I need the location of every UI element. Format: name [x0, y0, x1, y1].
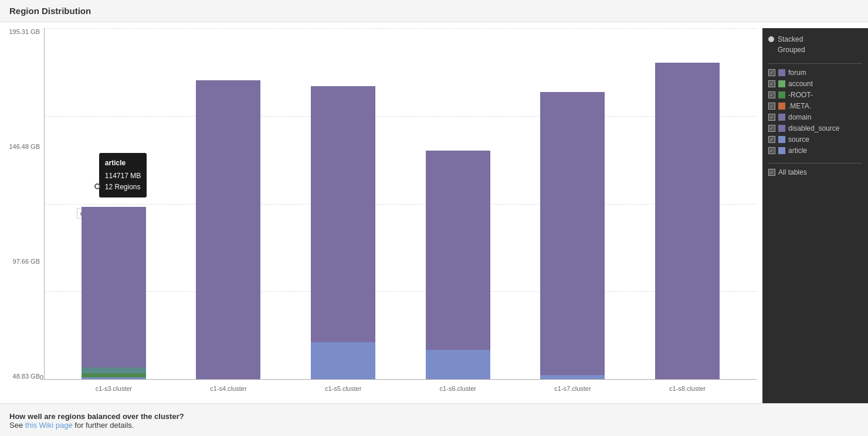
- page-title: Region Distribution: [9, 6, 91, 16]
- legend-label-disabled-source: disabled_source: [788, 124, 839, 132]
- bar-segment-c1s4: [196, 80, 260, 379]
- legend-item-domain[interactable]: ✓ domain: [768, 113, 862, 121]
- bar-stack-c1s7[interactable]: [540, 92, 605, 379]
- page-wrapper: Region Distribution 195.31 GB 146.48 GB …: [0, 0, 868, 436]
- chart-area: 195.31 GB 146.48 GB 97.66 GB 48.83 GB 0: [0, 28, 762, 403]
- bar-segment-forum-c1s3: [82, 207, 146, 367]
- radio-dot-stacked: [768, 36, 774, 42]
- footer-suffix: for further details.: [74, 421, 134, 430]
- bar-stack-c1s4[interactable]: [196, 80, 260, 379]
- legend-all-label: All tables: [778, 168, 807, 176]
- chart-section: 195.31 GB 146.48 GB 97.66 GB 48.83 GB 0: [0, 22, 868, 403]
- footer-section: How well are regions balanced over the c…: [0, 403, 868, 436]
- legend-color-account: [778, 80, 785, 87]
- bar-segment-main-c1s7: [540, 92, 605, 375]
- footer-see-text: See: [9, 421, 25, 430]
- legend-checkbox-domain[interactable]: ✓: [768, 114, 775, 121]
- legend-item-source[interactable]: ✓ source: [768, 135, 862, 144]
- legend-item-account[interactable]: ✓ account: [768, 80, 862, 88]
- radio-stacked-label: Stacked: [778, 35, 803, 43]
- x-labels: c1-s3.cluster c1-s4.cluster c1-s5.cluste…: [45, 385, 757, 392]
- bar-segment-main-c1s5: [311, 86, 375, 342]
- bar-segment-root-c1s3: [82, 373, 146, 377]
- legend-checkbox-all[interactable]: ✓: [768, 169, 775, 176]
- bar-segment-source-c1s5: [311, 342, 375, 379]
- legend-checkbox-source[interactable]: ✓: [768, 136, 775, 143]
- footer-question: How well are regions balanced over the c…: [9, 412, 184, 421]
- legend-color-meta: [778, 103, 785, 110]
- tooltip-value: 114717 MB: [105, 171, 141, 182]
- legend-divider-2: [768, 163, 862, 164]
- y-label-2: 146.48 GB: [9, 143, 40, 150]
- legend-item-article[interactable]: ✓ article: [768, 147, 862, 155]
- legend-item-forum[interactable]: ✓ forum: [768, 69, 862, 77]
- y-label-1: 195.31 GB: [9, 28, 40, 35]
- tooltip-title: article: [105, 158, 141, 169]
- legend-all-tables[interactable]: ✓ All tables: [768, 168, 862, 176]
- bar-segment-account-c1s3: [82, 367, 146, 373]
- bar-stack-c1s3[interactable]: [82, 207, 146, 379]
- legend-color-source: [778, 136, 785, 143]
- legend-checkbox-meta[interactable]: ✓: [768, 103, 775, 110]
- x-label-c1s3: c1-s3.cluster: [64, 385, 164, 392]
- bar-segment-article-c1s3: [82, 377, 146, 379]
- x-label-c1s4: c1-s4.cluster: [178, 385, 278, 392]
- legend-items: ✓ forum ✓ account ✓ -ROOT- ✓: [768, 69, 862, 155]
- legend-checkbox-forum[interactable]: ✓: [768, 69, 775, 76]
- bars-container: c1-s3.cluster: [45, 28, 757, 379]
- tooltip-dot: [94, 183, 100, 189]
- legend-label-domain: domain: [788, 113, 811, 121]
- legend-checkbox-disabled-source[interactable]: ✓: [768, 125, 775, 132]
- legend-item-root[interactable]: ✓ -ROOT-: [768, 91, 862, 99]
- legend-color-disabled-source: [778, 125, 785, 132]
- zero-label: 0: [40, 374, 43, 381]
- legend-item-disabled-source[interactable]: ✓ disabled_source: [768, 124, 862, 132]
- tooltip: article 114717 MB 12 Regions: [99, 153, 147, 197]
- x-label-c1s6: c1-s6.cluster: [408, 385, 508, 392]
- y-axis-labels: 195.31 GB 146.48 GB 97.66 GB 48.83 GB: [0, 28, 43, 380]
- bar-stack-c1s5[interactable]: [311, 86, 375, 379]
- x-label-c1s5: c1-s5.cluster: [293, 385, 393, 392]
- legend-checkbox-account[interactable]: ✓: [768, 80, 775, 87]
- bar-segment-main-c1s8: [655, 63, 720, 379]
- legend-checkbox-article[interactable]: ✓: [768, 147, 775, 154]
- bar-group-c1s6: [408, 151, 508, 379]
- radio-grouped[interactable]: Grouped: [768, 46, 862, 54]
- bar-group-c1s8: [638, 63, 737, 379]
- y-label-3: 97.66 GB: [13, 258, 40, 265]
- radio-stacked[interactable]: Stacked: [768, 35, 862, 43]
- legend-color-article: [778, 147, 785, 154]
- bar-stack-c1s6[interactable]: [426, 151, 490, 379]
- bar-segment-main-c1s6: [426, 151, 490, 350]
- legend-radio-group: Stacked Grouped: [768, 35, 862, 54]
- legend-label-meta: .META.: [788, 102, 811, 110]
- legend-label-account: account: [788, 80, 813, 88]
- legend-color-domain: [778, 114, 785, 121]
- x-label-c1s8: c1-s8.cluster: [638, 385, 737, 392]
- bar-stack-c1s8[interactable]: [655, 63, 720, 379]
- legend-divider-1: [768, 63, 862, 64]
- radio-grouped-label: Grouped: [778, 46, 805, 54]
- legend-label-forum: forum: [788, 69, 806, 77]
- chart-plot: 0 c1-s3.cluster: [44, 28, 757, 380]
- bar-group-c1s7: [523, 92, 622, 379]
- legend-color-forum: [778, 69, 785, 76]
- legend-label-root: -ROOT-: [788, 91, 813, 99]
- bar-group-c1s3: c1-s3.cluster: [64, 207, 164, 379]
- legend-label-article: article: [788, 147, 807, 155]
- legend-item-meta[interactable]: ✓ .META.: [768, 102, 862, 110]
- tooltip-regions: 12 Regions: [105, 182, 141, 193]
- bar-group-c1s4: [178, 80, 278, 379]
- x-label-c1s7: c1-s7.cluster: [523, 385, 622, 392]
- footer-wiki-link[interactable]: this Wiki page: [25, 421, 73, 430]
- legend-color-root: [778, 91, 785, 98]
- header-section: Region Distribution: [0, 0, 868, 22]
- legend-panel: Stacked Grouped ✓ forum ✓ account: [762, 28, 868, 403]
- bar-group-c1s5: [293, 86, 393, 379]
- legend-checkbox-root[interactable]: ✓: [768, 91, 775, 98]
- bar-segment-source-c1s6: [426, 350, 490, 379]
- bar-segment-source-c1s7: [540, 375, 605, 379]
- y-label-4: 48.83 GB: [13, 373, 40, 380]
- legend-label-source: source: [788, 135, 809, 144]
